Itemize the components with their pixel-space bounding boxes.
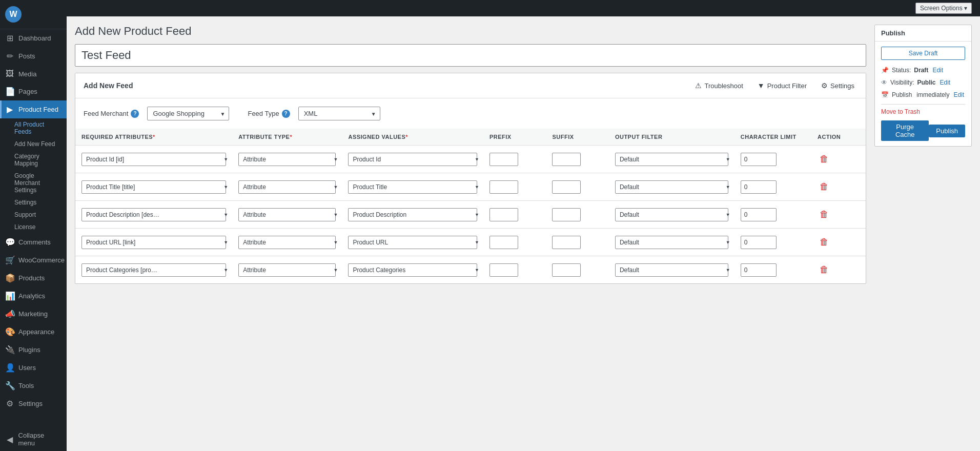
sidebar-item-label: Product Feed [18, 106, 58, 113]
suffix-input-0[interactable] [552, 153, 581, 166]
sidebar-item-marketing[interactable]: 📣 Marketing [0, 305, 67, 323]
table-row: Product Categories [pro… ▼ Attribute ▼ P… [75, 256, 866, 284]
publish-prefix: immediately [916, 91, 949, 98]
charlimit-input-1[interactable] [741, 180, 777, 194]
sidebar-item-dashboard[interactable]: ⊞ Dashboard [0, 29, 67, 47]
sidebar-sub-category-mapping[interactable]: Category Mapping [0, 150, 67, 170]
users-icon: 👤 [5, 363, 14, 373]
save-draft-button[interactable]: Save Draft [881, 47, 965, 60]
filter-select-0[interactable]: Default [615, 153, 728, 166]
sidebar-sub-license[interactable]: License [0, 221, 67, 233]
feed-type-select-wrap: XML CSV TSV TXT ▼ [298, 107, 380, 120]
filter-cell-3: Default ▼ [609, 229, 734, 256]
suffix-input-2[interactable] [552, 208, 581, 221]
delete-row-button-3[interactable]: 🗑 [818, 235, 831, 250]
charlimit-input-0[interactable] [741, 153, 777, 166]
req-attr-select-4[interactable]: Product Categories [pro… [81, 263, 226, 277]
troubleshoot-button[interactable]: ⚠ Troubleshoot [692, 79, 746, 92]
sidebar-item-analytics[interactable]: 📊 Analytics [0, 287, 67, 305]
delete-row-button-2[interactable]: 🗑 [818, 207, 831, 222]
publish-edit-link[interactable]: Edit [953, 91, 964, 98]
screen-options-button[interactable]: Screen Options ▾ [915, 3, 972, 14]
settings-button[interactable]: ⚙ Settings [818, 79, 858, 92]
assigned-select-3[interactable]: Product URL [348, 236, 477, 249]
sidebar-item-appearance[interactable]: 🎨 Appearance [0, 323, 67, 341]
visibility-edit-link[interactable]: Edit [940, 79, 950, 86]
sidebar-item-label: Appearance [18, 328, 54, 336]
attr-type-select-3[interactable]: Attribute [238, 236, 336, 249]
sidebar-sub-google-merchant[interactable]: Google Merchant Settings [0, 170, 67, 196]
merchant-help-icon[interactable]: ? [131, 110, 139, 118]
filter-select-1[interactable]: Default [615, 180, 728, 194]
req-attr-select-0[interactable]: Product Id [id] [81, 153, 226, 166]
req-attr-select-1[interactable]: Product Title [title] [81, 180, 226, 194]
attr-type-select-0[interactable]: Attribute [238, 153, 336, 166]
sidebar-sub-all-feeds[interactable]: All Product Feeds [0, 118, 67, 138]
screen-options-label: Screen Options ▾ [920, 5, 967, 12]
sidebar-item-woocommerce[interactable]: 🛒 WooCommerce [0, 251, 67, 269]
sidebar-sub-settings[interactable]: Settings [0, 196, 67, 209]
publish-button[interactable]: Publish [929, 125, 965, 137]
purge-cache-button[interactable]: Purge Cache [881, 120, 929, 141]
assigned-select-1[interactable]: Product Title [348, 180, 477, 194]
sidebar-item-settings[interactable]: ⚙ Settings [0, 395, 67, 413]
sidebar-item-pages[interactable]: 📄 Pages [0, 83, 67, 100]
attributes-table: REQUIRED ATTRIBUTES* ATTRIBUTE TYPE* ASS… [75, 129, 866, 283]
delete-row-button-4[interactable]: 🗑 [818, 262, 831, 277]
sidebar-item-tools[interactable]: 🔧 Tools [0, 377, 67, 395]
prefix-input-0[interactable] [489, 153, 518, 166]
charlimit-cell-2 [734, 201, 811, 229]
prefix-input-1[interactable] [489, 180, 518, 194]
filter-select-2[interactable]: Default [615, 208, 728, 221]
sidebar-item-product-feed[interactable]: ▶ Product Feed [0, 100, 67, 118]
assigned-select-4[interactable]: Product Categories [348, 263, 477, 277]
attr-type-select-4[interactable]: Attribute [238, 263, 336, 277]
sidebar-item-collapse[interactable]: ◀ Collapse menu [0, 427, 67, 451]
sidebar-item-media[interactable]: 🖼 Media [0, 65, 67, 83]
delete-row-button-1[interactable]: 🗑 [818, 179, 831, 194]
feed-type-help-icon[interactable]: ? [282, 110, 290, 118]
attr-type-select-1[interactable]: Attribute [238, 180, 336, 194]
feed-section-header: Add New Feed ⚠ Troubleshoot ▼ Product Fi… [75, 73, 866, 98]
prefix-input-2[interactable] [489, 208, 518, 221]
charlimit-cell-3 [734, 229, 811, 256]
visibility-row: 👁 Visibility: Public Edit [881, 76, 965, 89]
sidebar-item-products[interactable]: 📦 Products [0, 269, 67, 287]
filter-cell-2: Default ▼ [609, 201, 734, 229]
suffix-input-4[interactable] [552, 263, 581, 277]
sidebar-item-label: Comments [18, 238, 51, 246]
suffix-input-1[interactable] [552, 180, 581, 194]
status-edit-link[interactable]: Edit [932, 67, 943, 74]
product-filter-button[interactable]: ▼ Product Filter [754, 79, 810, 92]
main-panel: Add New Product Feed Add New Feed ⚠ Trou… [75, 25, 866, 443]
sidebar-item-comments[interactable]: 💬 Comments [0, 233, 67, 251]
feed-type-select[interactable]: XML CSV TSV TXT [298, 107, 380, 120]
th-required-attributes: REQUIRED ATTRIBUTES* [75, 129, 232, 146]
merchant-select[interactable]: Google Shopping Facebook Bing Amazon [147, 107, 229, 120]
charlimit-input-2[interactable] [741, 208, 777, 221]
visibility-value: Public [917, 79, 935, 86]
prefix-input-3[interactable] [489, 236, 518, 249]
charlimit-input-3[interactable] [741, 236, 777, 249]
sidebar-item-plugins[interactable]: 🔌 Plugins [0, 341, 67, 359]
req-attr-select-2[interactable]: Product Description [des… [81, 208, 226, 221]
req-attr-select-3[interactable]: Product URL [link] [81, 236, 226, 249]
filter-select-4[interactable]: Default [615, 263, 728, 277]
prefix-input-4[interactable] [489, 263, 518, 277]
attr-type-select-2[interactable]: Attribute [238, 208, 336, 221]
assigned-select-0[interactable]: Product Id [348, 153, 477, 166]
move-to-trash-link[interactable]: Move to Trash [881, 108, 920, 115]
sidebar-item-posts[interactable]: ✏ Posts [0, 47, 67, 65]
assigned-select-2[interactable]: Product Description [348, 208, 477, 221]
charlimit-input-4[interactable] [741, 263, 777, 277]
delete-row-button-0[interactable]: 🗑 [818, 152, 831, 167]
sidebar-sub-add-new[interactable]: Add New Feed [0, 138, 67, 150]
sidebar-sub-support[interactable]: Support [0, 209, 67, 221]
merchant-label: Feed Merchant ? [84, 110, 139, 118]
feed-name-input[interactable] [75, 44, 866, 67]
suffix-input-3[interactable] [552, 236, 581, 249]
sidebar-item-users[interactable]: 👤 Users [0, 359, 67, 377]
attr-type-cell-4: Attribute ▼ [232, 256, 342, 284]
filter-select-3[interactable]: Default [615, 236, 728, 249]
sidebar-item-label: Posts [18, 52, 35, 60]
